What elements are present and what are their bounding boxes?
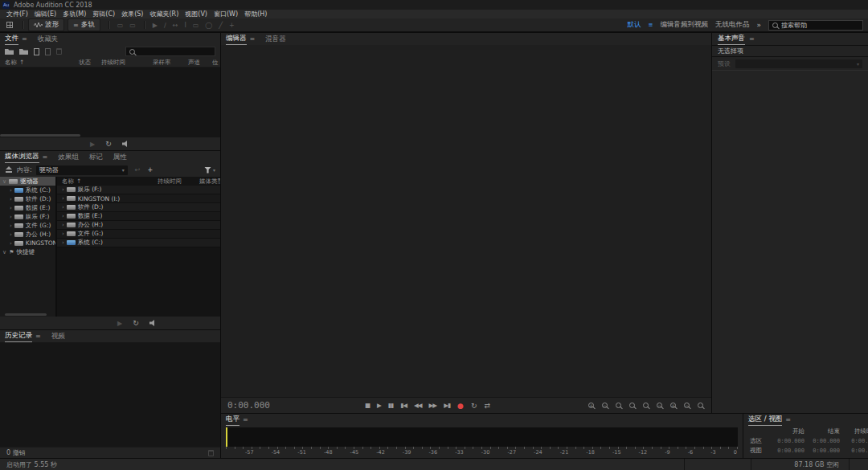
menu-item[interactable]: 文件(F) (3, 10, 31, 18)
tab-properties[interactable]: 属性 (113, 153, 127, 162)
paintbrush-selection-tool-icon[interactable]: ╱ (219, 22, 223, 29)
tab-media-browser[interactable]: 媒体浏览器≡ (5, 152, 47, 163)
skip-selection-button[interactable]: ⇄ (484, 402, 490, 410)
expander-icon[interactable]: › (62, 186, 64, 193)
tree-item-drive[interactable]: › 数据 (E:) (0, 203, 55, 212)
tree-item-drive[interactable]: › 文件 (G:) (0, 221, 55, 230)
tree-item-drive[interactable]: › 系统 (C:) (0, 186, 55, 194)
panel-menu-icon[interactable]: ≡ (35, 333, 41, 340)
spot-healing-brush-tool-icon[interactable]: + (229, 22, 235, 29)
workspace-edit-audio-to-video[interactable]: 编辑音频到视频 (660, 20, 708, 30)
menu-item[interactable]: 收藏夹(R) (146, 10, 182, 18)
rewind-button[interactable]: ◀◀ (414, 402, 422, 409)
panel-menu-icon[interactable]: ≡ (250, 35, 256, 43)
tree-item-drive[interactable]: › KINGSTON (I:) (0, 239, 55, 247)
column-status[interactable]: 状态 (79, 59, 101, 67)
expander-open-icon[interactable]: ∨ (2, 178, 6, 185)
tree-root-shortcuts[interactable]: ∨ ⚑ 快捷键 (0, 247, 55, 256)
selection-start-value[interactable]: 0:00.000 (772, 438, 805, 444)
skip-to-end-button[interactable]: ▶▮ (444, 402, 450, 409)
drives-icon[interactable] (5, 166, 13, 174)
skip-to-start-button[interactable]: ▮◀ (400, 402, 407, 409)
tree-item-drive[interactable]: › 软件 (D:) (0, 194, 55, 203)
multitrack-view-button[interactable]: ≡ 多轨 (68, 18, 100, 31)
workspace-radio-production[interactable]: 无线电作品 (715, 20, 750, 30)
workspace-menu-icon[interactable]: ≡ (649, 22, 653, 28)
expander-icon[interactable]: › (62, 195, 64, 202)
move-tool-icon[interactable]: ▶ (153, 22, 158, 29)
add-shortcut-button[interactable]: + (147, 166, 153, 174)
drive-row[interactable]: › 数据 (E:) (57, 212, 220, 221)
tab-history[interactable]: 历史记录≡ (5, 331, 41, 342)
trash-icon[interactable] (208, 450, 214, 456)
expander-icon[interactable]: › (10, 231, 12, 238)
panel-menu-icon[interactable]: ≡ (785, 416, 791, 423)
time-display[interactable]: 0:00.000 (227, 400, 270, 411)
drive-row[interactable]: › 文件 (G:) (57, 230, 220, 239)
monitor-toggle-icon-2[interactable]: ▭ (129, 22, 136, 29)
selection-duration-value[interactable]: 0:00.000 (840, 438, 868, 444)
view-start-value[interactable]: 0:00.000 (772, 448, 805, 454)
tree-item-drive[interactable]: › 娱乐 (F:) (0, 212, 55, 221)
tab-favorites[interactable]: 收藏夹 (38, 35, 59, 44)
razor-tool-icon[interactable]: ∕ (164, 22, 166, 29)
column-channels[interactable]: 声道 (188, 59, 212, 67)
pause-button[interactable]: ▮▮ (388, 402, 393, 409)
column-duration[interactable]: 持续时间 (158, 178, 199, 186)
tab-mixer[interactable]: 混音器 (265, 35, 286, 44)
tree-root-drives[interactable]: ∨ 驱动器 (0, 177, 55, 186)
record-button[interactable]: ● (457, 402, 464, 410)
drive-row[interactable]: › 娱乐 (F:) (57, 186, 220, 194)
tab-video[interactable]: 视频 (51, 332, 65, 341)
lasso-selection-tool-icon[interactable]: ◯ (205, 22, 212, 29)
expander-icon[interactable]: › (10, 196, 12, 202)
zoom-in-amplitude-button[interactable] (670, 403, 676, 408)
zoom-out-time-button[interactable] (602, 403, 608, 408)
workspace-default[interactable]: 默认 (628, 20, 641, 30)
column-media-type[interactable]: 媒体类型 (199, 178, 220, 186)
menu-item[interactable]: 多轨(M) (59, 10, 89, 18)
preset-dropdown[interactable]: ▾ (735, 59, 862, 68)
open-folder-icon[interactable] (5, 48, 14, 55)
expander-icon[interactable]: › (62, 204, 64, 210)
tab-levels[interactable]: 电平≡ (226, 415, 248, 426)
expander-icon[interactable]: › (10, 187, 12, 194)
tab-selection-view[interactable]: 选区 / 视图≡ (748, 415, 791, 426)
back-icon[interactable]: ↩ (135, 166, 141, 174)
delete-icon[interactable] (56, 48, 62, 55)
auto-play-speaker-icon[interactable] (149, 320, 157, 326)
zoom-out-amplitude-button[interactable] (684, 403, 690, 408)
expander-icon[interactable]: › (10, 205, 12, 211)
panel-menu-icon[interactable]: ≡ (43, 153, 48, 161)
tab-editor[interactable]: 编辑器≡ (226, 34, 255, 45)
zoom-to-selection-button[interactable] (643, 403, 649, 408)
drive-row[interactable]: › KINGSTON (I:) (57, 194, 220, 203)
content-dropdown[interactable]: 驱动器 ▾ (36, 166, 128, 175)
view-end-value[interactable]: 0:00.000 (805, 448, 840, 454)
zoom-in-at-in-point-button[interactable] (616, 403, 621, 408)
drive-row[interactable]: › 软件 (D:) (57, 203, 220, 212)
filter-button[interactable]: ▾ (204, 167, 215, 174)
waveform-view-button[interactable]: 波形 (28, 18, 64, 31)
preview-play-button[interactable]: ▶ (117, 320, 122, 327)
workspace-grid-icon[interactable] (6, 22, 13, 28)
zoom-in-at-out-point-button[interactable] (629, 403, 635, 408)
panel-menu-icon[interactable]: ≡ (749, 35, 755, 43)
zoom-in-time-button[interactable] (588, 403, 594, 408)
loop-playback-button[interactable]: ↻ (471, 402, 477, 410)
time-selection-tool-icon[interactable]: I (184, 22, 186, 29)
expander-icon[interactable]: › (62, 231, 64, 237)
column-name[interactable]: 名称↑ (5, 59, 79, 67)
drive-row[interactable]: › 办公 (H:) (57, 221, 220, 230)
menu-item[interactable]: 帮助(H) (241, 10, 270, 18)
menu-item[interactable]: 效果(S) (118, 10, 146, 18)
tab-markers[interactable]: 标记 (89, 153, 103, 162)
panel-menu-icon[interactable]: ≡ (243, 416, 248, 423)
preview-loop-button[interactable]: ↻ (133, 319, 139, 327)
stop-button[interactable]: ■ (365, 402, 370, 409)
zoom-reset-button[interactable] (698, 403, 703, 408)
auto-play-speaker-icon[interactable] (122, 141, 129, 147)
tab-files[interactable]: 文件≡ (5, 34, 27, 45)
panel-menu-icon[interactable]: ≡ (22, 35, 27, 43)
expander-icon[interactable]: › (10, 223, 12, 229)
